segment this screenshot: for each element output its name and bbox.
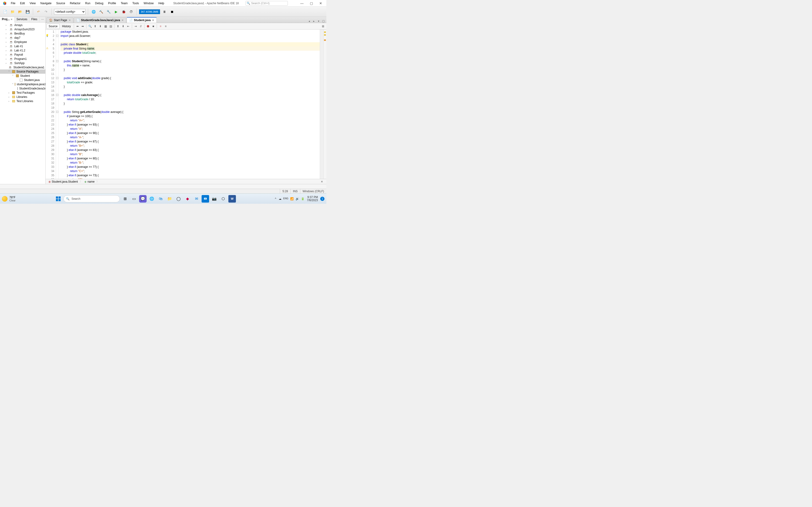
code-line[interactable]: } else if (average >= 73) {	[61, 173, 320, 177]
redo-button[interactable]: ↷	[43, 9, 49, 15]
breadcrumb-class[interactable]: ◉ Student.java.Student	[47, 180, 79, 183]
build-project-button[interactable]: 🔧	[105, 9, 112, 15]
code-line[interactable]: return "C";	[61, 177, 320, 179]
split-icon[interactable]: ⊞	[321, 24, 325, 29]
app-icon[interactable]: ◆	[184, 195, 191, 203]
java-file-node[interactable]: Student.java	[0, 78, 45, 82]
project-node[interactable]: ›☕ArraysSum2023	[0, 27, 45, 32]
next-bookmark-icon[interactable]: ⬇	[121, 24, 125, 29]
code-line[interactable]: return "B-";	[61, 161, 320, 165]
code-line[interactable]: return "A+";	[61, 118, 320, 122]
menu-team[interactable]: Team	[118, 1, 130, 6]
tab-files[interactable]: Files	[30, 17, 39, 22]
prev-tab-icon[interactable]: ◂	[307, 19, 311, 23]
open-project-button[interactable]: 📂	[17, 9, 23, 15]
pause-icon[interactable]: ⏸	[161, 9, 167, 15]
comment-icon[interactable]: //	[138, 24, 143, 29]
project-node[interactable]: ›☕Program1	[0, 57, 45, 61]
macro-record-icon[interactable]	[146, 24, 150, 29]
code-line[interactable]: }	[61, 68, 320, 72]
test-packages-node[interactable]: ›Test Packages	[0, 91, 45, 95]
app-icon[interactable]: ▭	[130, 195, 138, 203]
find-prev-icon[interactable]: ⬆	[93, 24, 98, 29]
warning-marker[interactable]	[324, 40, 326, 41]
maximize-button[interactable]: ▢	[307, 1, 316, 5]
package-node[interactable]: ˅Student	[0, 74, 45, 78]
close-tab-icon[interactable]: ✕	[152, 19, 154, 22]
new-file-button[interactable]: 📄	[2, 9, 8, 15]
code-line[interactable]: } else if (average >= 80) {	[61, 156, 320, 161]
warning-marker[interactable]	[324, 34, 326, 36]
project-node[interactable]: ›☕Lab #1.2	[0, 48, 45, 53]
editor-tab[interactable]: 🏠Start Page✕	[47, 17, 73, 23]
search-input[interactable]: 🔍 Search (Ctrl+I)	[246, 1, 288, 6]
project-node[interactable]: ›☕SortApp	[0, 61, 45, 65]
onedrive-icon[interactable]: ☁	[278, 197, 282, 201]
close-tab-icon[interactable]: ✕	[68, 19, 71, 22]
code-line[interactable]: totalGrade += grade;	[61, 80, 320, 84]
test-libraries-node[interactable]: ›Test Libraries	[0, 99, 45, 103]
profile-button[interactable]: ⏱	[128, 9, 134, 15]
prev-bookmark-icon[interactable]: ⬆	[116, 24, 120, 29]
close-icon[interactable]: ✕	[11, 18, 12, 21]
menu-debug[interactable]: Debug	[93, 1, 106, 6]
undo-button[interactable]: ↶	[36, 9, 42, 15]
project-node[interactable]: ›☕Employee	[0, 40, 45, 44]
project-tree[interactable]: ›☕Arrays›☕ArraysSum2023›☕BestBuy›☕day7›☕…	[0, 22, 45, 184]
editor-tab[interactable]: 📄Student.java✕	[126, 17, 157, 23]
code-line[interactable]: }	[61, 101, 320, 106]
volume-icon[interactable]: 🔊	[296, 197, 299, 201]
nav-forward-icon[interactable]: ➡	[80, 24, 85, 29]
warning-marker[interactable]	[324, 32, 326, 33]
code-line[interactable]: package Student.java;	[61, 30, 320, 34]
code-line[interactable]: public String getLetterGrade(double aver…	[61, 110, 320, 114]
tab-services[interactable]: Services	[14, 17, 30, 22]
indent-icon[interactable]: ≡	[163, 24, 168, 29]
code-line[interactable]: return totalGrade / 10;	[61, 97, 320, 101]
vertical-scrollbar[interactable]	[320, 30, 323, 179]
minimize-sidebar-button[interactable]: —	[40, 17, 45, 22]
dell-icon[interactable]: ◯	[175, 195, 182, 203]
menu-file[interactable]: File	[8, 1, 18, 6]
find-next-icon[interactable]: ⬇	[98, 24, 103, 29]
word-icon[interactable]: W	[229, 195, 236, 203]
taskbar-search[interactable]: 🔍 Search	[63, 195, 120, 202]
mail-icon[interactable]: ✉	[193, 195, 200, 203]
cursor-position[interactable]: 5:28	[280, 189, 290, 193]
project-node[interactable]: ›☕Payroll	[0, 53, 45, 57]
edge-icon[interactable]: 🌐	[148, 195, 156, 203]
task-view-icon[interactable]: ⊞	[121, 195, 129, 203]
history-view-button[interactable]: History	[60, 24, 72, 29]
code-line[interactable]: } else if (average >= 87) {	[61, 139, 320, 144]
battery-icon[interactable]: 🔋	[301, 197, 305, 201]
code-line[interactable]: return "C+";	[61, 169, 320, 173]
breadcrumb-member[interactable]: ◈ name	[84, 180, 95, 183]
java-file-node[interactable]: StudentGradeJavaJa	[0, 87, 45, 91]
close-button[interactable]: ✕	[316, 1, 325, 5]
code-line[interactable]: import java.util.Scanner;	[61, 34, 320, 38]
camera-icon[interactable]: 📷	[210, 195, 218, 203]
code-line[interactable]: } else if (average >= 90) {	[61, 131, 320, 135]
minimize-button[interactable]: —	[297, 1, 307, 5]
config-select[interactable]: <default config>	[54, 9, 86, 14]
code-line[interactable]: } else if (average >= 83) {	[61, 148, 320, 152]
macro-stop-icon[interactable]: ■	[151, 24, 156, 29]
project-node[interactable]: ›☕BestBuy	[0, 32, 45, 36]
code-line[interactable]	[61, 72, 320, 76]
menu-help[interactable]: Help	[156, 1, 166, 6]
code-line[interactable]: public class Student {	[61, 42, 320, 47]
code-line[interactable]: this.name = name;	[61, 63, 320, 68]
code-line[interactable]	[61, 38, 320, 42]
code-line[interactable]: public Student(String name) {	[61, 59, 320, 63]
netbeans-icon[interactable]: ⬡	[219, 195, 227, 203]
wifi-icon[interactable]: 📶	[290, 197, 294, 201]
menu-window[interactable]: Window	[141, 1, 156, 6]
find-selection-icon[interactable]: 🔍	[88, 24, 92, 29]
memory-indicator[interactable]: 347.4/396.0MB	[139, 9, 160, 14]
line-ending[interactable]: Windows (CRLF)	[300, 189, 326, 193]
save-all-button[interactable]: 💾	[24, 9, 31, 15]
code-line[interactable]: }	[61, 84, 320, 89]
menu-edit[interactable]: Edit	[18, 1, 27, 6]
project-node[interactable]: ›☕Arrays	[0, 23, 45, 27]
package-node[interactable]: ˅studentgradejava.java1	[0, 82, 45, 87]
